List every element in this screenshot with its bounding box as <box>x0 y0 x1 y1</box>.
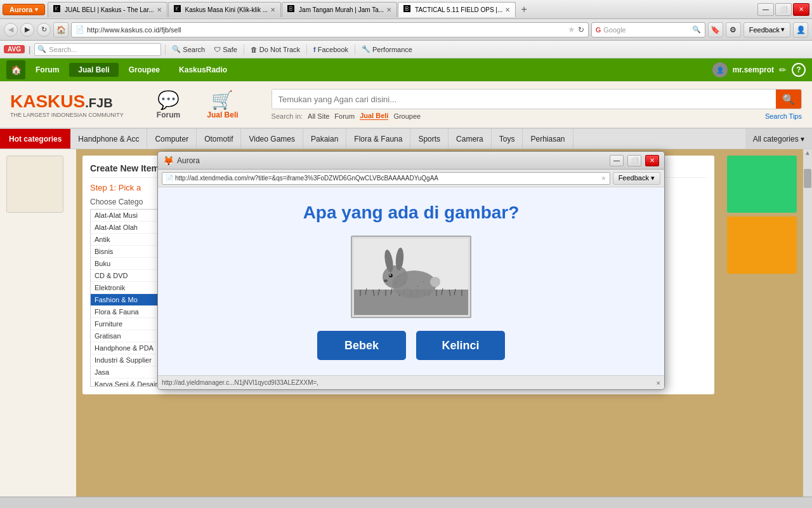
cat-flora[interactable]: Flora & Fauna <box>346 129 410 149</box>
toolbar-search-placeholder: Search... <box>49 46 77 53</box>
kaskus-header: KASKUS.FJB THE LARGEST INDONESIAN COMMUN… <box>0 81 812 129</box>
search-icon: 🔍 <box>172 45 181 53</box>
settings-button[interactable]: ⚙ <box>726 22 741 37</box>
address-text[interactable]: http://www.kaskus.co.id/fjb/sell <box>87 26 565 34</box>
kaskus-nav-right: 👤 mr.semprot ✏ ? <box>712 62 806 77</box>
profile-button[interactable]: 👤 <box>793 22 808 37</box>
aurora-answer-buttons: Bebek Kelinci <box>317 331 505 360</box>
aurora-status-close-icon[interactable]: × <box>657 379 660 387</box>
kaskus-search-box[interactable]: 🔍 <box>272 89 802 109</box>
search-in-groupee[interactable]: Groupee <box>393 112 421 120</box>
rabbit-illustration <box>354 239 468 315</box>
cat-otomotif[interactable]: Otomotif <box>197 129 241 149</box>
kaskus-nav-jualbeli-label: Jual Beli <box>78 65 109 74</box>
tab-2[interactable]: 🅺 Kaskus Masa Kini (Klik-klik ... ✕ <box>168 2 282 17</box>
toolbar-search-item[interactable]: 🔍 Search <box>169 45 207 53</box>
page-scrollbar[interactable]: ▲ ▼ <box>803 149 812 508</box>
toolbar-performance-label: Performance <box>372 46 412 53</box>
avg-label[interactable]: AVG <box>4 45 25 53</box>
toolbar-divider-3 <box>306 44 307 55</box>
jualbeli-nav-icon[interactable]: 🛒 Jual Beli <box>207 90 238 119</box>
scrollbar-up-icon[interactable]: ▲ <box>804 149 811 156</box>
cat-otomotif-label: Otomotif <box>204 135 233 144</box>
cat-videogames[interactable]: Video Games <box>241 129 303 149</box>
cat-computer[interactable]: Computer <box>147 129 197 149</box>
tab-2-close[interactable]: ✕ <box>270 6 275 13</box>
tab-3-favicon: 🅱 <box>287 5 296 14</box>
search-in-allsite[interactable]: All Site <box>308 112 329 120</box>
cat-camera[interactable]: Camera <box>449 129 492 149</box>
aurora-minimize-button[interactable]: — <box>610 155 624 166</box>
close-button[interactable]: ✕ <box>793 3 809 16</box>
cat-flora-label: Flora & Fauna <box>354 135 402 144</box>
svg-point-25 <box>384 279 388 282</box>
aurora-star-icon[interactable]: ★ <box>601 175 606 182</box>
bebek-button[interactable]: Bebek <box>317 331 406 360</box>
all-categories-button[interactable]: All categories ▾ <box>745 129 812 149</box>
cat-sports[interactable]: Sports <box>410 129 449 149</box>
search-placeholder: Google <box>603 26 625 34</box>
svg-point-20 <box>383 265 408 288</box>
search-in-forum[interactable]: Forum <box>334 112 355 120</box>
aurora-page-icon: 📄 <box>166 175 173 182</box>
tab-4-title: TACTICAL 5.11 FIELD OPS |... <box>415 6 502 13</box>
toolbar-donottrack-item[interactable]: 🗑 Do Not Track <box>248 46 303 53</box>
kaskus-nav-groupee[interactable]: Groupee <box>120 63 169 77</box>
minimize-button[interactable]: — <box>757 3 774 16</box>
window-controls: — ⬜ ✕ <box>757 3 809 16</box>
aurora-popup-window: 🦊 Aurora — ⬜ ✕ 📄 http://ad.xtendmedia.co… <box>157 151 665 390</box>
edit-icon[interactable]: ✏ <box>779 65 787 75</box>
kaskus-search-input[interactable] <box>272 90 776 109</box>
kaskus-nav-jualbeli[interactable]: Jual Beli <box>69 63 118 77</box>
toolbar-safe-item[interactable]: 🛡 Safe <box>211 46 240 53</box>
kaskus-nav-radio[interactable]: KaskusRadio <box>170 63 236 77</box>
reload-button[interactable]: ↻ <box>37 23 51 37</box>
tab-3-close[interactable]: ✕ <box>386 6 391 13</box>
toolbar-search-box[interactable]: 🔍 Search... <box>34 43 161 56</box>
feedback-label: Feedback <box>749 26 780 34</box>
home-button[interactable]: 🏠 <box>53 22 69 37</box>
cat-pakaian[interactable]: Pakaian <box>303 129 346 149</box>
kaskus-search-button[interactable]: 🔍 <box>776 90 801 109</box>
kelinci-button[interactable]: Kelinci <box>416 331 505 360</box>
search-magnify-icon[interactable]: 🔍 <box>692 25 701 34</box>
aurora-address-box[interactable]: 📄 http://ad.xtendmedia.com/rw?title=&qs=… <box>162 172 610 185</box>
aurora-feedback-button[interactable]: Feedback ▾ <box>613 172 660 185</box>
forum-nav-icon[interactable]: 💬 Forum <box>157 90 180 119</box>
browser-search-box[interactable]: G Google 🔍 <box>591 22 705 37</box>
tab-2-title: Kaskus Masa Kini (Klik-klik ... <box>185 6 268 13</box>
tab-4[interactable]: 🅱 TACTICAL 5.11 FIELD OPS |... ✕ <box>398 2 516 17</box>
kaskus-nav-forum[interactable]: Forum <box>27 63 68 77</box>
tab-1[interactable]: 🅺 JUAL BELI | Kaskus - The Lar... ✕ <box>48 2 167 17</box>
toolbar-performance-item[interactable]: 🔧 Performance <box>359 45 415 53</box>
back-button[interactable]: ◀ <box>4 23 18 37</box>
aurora-maximize-button[interactable]: ⬜ <box>627 155 641 166</box>
tabs-strip: 🅺 JUAL BELI | Kaskus - The Lar... ✕ 🅺 Ka… <box>48 2 755 17</box>
aurora-menu-button[interactable]: Aurora <box>3 4 45 15</box>
bookmark-star-icon[interactable]: ★ <box>568 25 575 34</box>
cat-handphone[interactable]: Handphone & Acc <box>70 129 147 149</box>
scrollbar-thumb[interactable] <box>804 169 811 188</box>
tab-1-close[interactable]: ✕ <box>157 6 162 13</box>
tab-4-close[interactable]: ✕ <box>505 6 510 13</box>
search-in-jualbeli[interactable]: Jual Beli <box>360 112 388 120</box>
reload-icon[interactable]: ↻ <box>578 25 584 34</box>
svg-point-30 <box>423 281 424 283</box>
toolbar-divider-2 <box>244 44 244 55</box>
cat-toys[interactable]: Toys <box>492 129 523 149</box>
search-tips-link[interactable]: Search Tips <box>765 112 802 120</box>
kaskus-home-button[interactable]: 🏠 <box>6 60 25 79</box>
aurora-close-button[interactable]: ✕ <box>645 155 659 166</box>
cat-handphone-label: Handphone & Acc <box>78 135 139 144</box>
svg-point-26 <box>430 277 440 287</box>
tab-3[interactable]: 🅱 Jam Tangan Murah | Jam Ta... ✕ <box>282 2 397 17</box>
maximize-button[interactable]: ⬜ <box>775 3 792 16</box>
help-icon[interactable]: ? <box>792 63 806 77</box>
feedback-button[interactable]: Feedback ▾ <box>743 22 790 37</box>
new-tab-button[interactable]: + <box>516 2 532 17</box>
forward-button[interactable]: ▶ <box>20 23 34 37</box>
tools-button[interactable]: 🔖 <box>708 22 723 37</box>
cat-camera-label: Camera <box>456 135 483 144</box>
toolbar-facebook-item[interactable]: f Facebook <box>311 46 351 53</box>
cat-perhiasan[interactable]: Perhiasan <box>523 129 573 149</box>
